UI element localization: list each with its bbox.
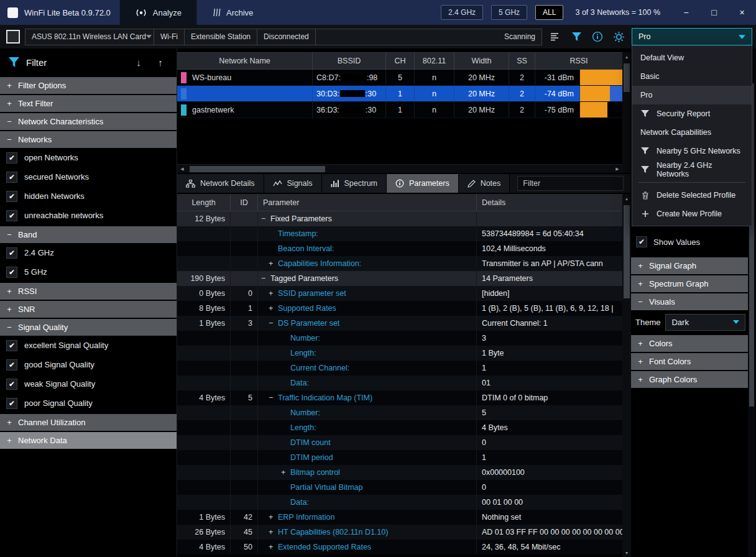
- parameter-label[interactable]: Traffic Indication Map (TIM): [278, 394, 372, 402]
- checkbox[interactable]: ✔: [6, 359, 17, 371]
- filter-checkbox-excellent-signal-quality[interactable]: ✔excellent Signal Quality: [0, 336, 177, 355]
- parameter-label[interactable]: DS Parameter set: [278, 319, 339, 328]
- menu-item-nearby-5-ghz-networks[interactable]: Nearby 5 GHz Networks: [632, 142, 752, 160]
- horizontal-scroll-track[interactable]: [187, 165, 612, 173]
- parameter-label[interactable]: DTIM period: [290, 453, 333, 462]
- parameter-filter-input[interactable]: [517, 176, 624, 191]
- parameter-row[interactable]: Length:1 Byte: [177, 346, 622, 361]
- panel-section-font-colors[interactable]: +Font Colors: [631, 353, 748, 370]
- filter-section-rssi[interactable]: +RSSI: [0, 283, 177, 300]
- parameter-row[interactable]: Data:01: [177, 375, 622, 390]
- expand-icon[interactable]: +: [269, 513, 278, 522]
- filter-checkbox-5-ghz[interactable]: ✔5 GHz: [0, 262, 177, 282]
- column-header-details[interactable]: Details: [477, 194, 622, 211]
- filter-checkbox-poor-signal-quality[interactable]: ✔poor Signal Quality: [0, 394, 177, 413]
- parameter-label[interactable]: Length:: [290, 349, 316, 357]
- panel-section-spectrum-graph[interactable]: +Spectrum Graph: [631, 275, 748, 292]
- column-header-80211[interactable]: 802.11: [415, 53, 454, 69]
- panel-section-signal-graph[interactable]: +Signal Graph: [631, 257, 748, 274]
- parameter-label[interactable]: Number:: [290, 408, 320, 417]
- filter-checkbox-2-4-ghz[interactable]: ✔2.4 GHz: [0, 243, 177, 262]
- parameter-label[interactable]: Current Channel:: [290, 364, 349, 372]
- parameter-row[interactable]: Partial Virtual Bitmap0: [177, 480, 622, 495]
- checkbox[interactable]: ✔: [636, 236, 647, 247]
- parameter-row[interactable]: DTIM count0: [177, 435, 622, 450]
- panel-section-graph-colors[interactable]: +Graph Colors: [631, 371, 748, 388]
- parameter-row[interactable]: 190 Bytes−Tagged Parameters14 Parameters: [177, 271, 622, 286]
- menu-item-network-capabilities[interactable]: Network Capabilities: [632, 123, 752, 142]
- close-button[interactable]: ×: [728, 0, 756, 25]
- parameter-label[interactable]: Number:: [290, 334, 320, 343]
- network-vertical-scrollbar[interactable]: ▲: [622, 52, 631, 173]
- legend-button[interactable]: [547, 29, 563, 45]
- parameter-label[interactable]: ERP Information: [278, 513, 334, 522]
- menu-item-create-new-profile[interactable]: Create New Profile: [632, 205, 752, 223]
- settings-button[interactable]: [611, 29, 627, 45]
- checkbox[interactable]: ✔: [6, 210, 17, 221]
- show-values-row[interactable]: ✔ Show Values: [631, 232, 748, 251]
- parameter-row[interactable]: 8 Bytes1+Supported Rates1 (B), 2 (B), 5 …: [177, 301, 622, 316]
- scroll-up-icon[interactable]: ▲: [622, 194, 631, 203]
- filter-section-signal-quality[interactable]: −Signal Quality: [0, 319, 177, 336]
- filter-section-snr[interactable]: +SNR: [0, 301, 177, 318]
- parameter-label[interactable]: Partial Virtual Bitmap: [290, 483, 363, 492]
- expand-all-icon[interactable]: ↑: [153, 57, 168, 68]
- network-row[interactable]: 30:D3::301n20 MHz2-74 dBm: [177, 86, 622, 102]
- expand-icon[interactable]: +: [281, 468, 290, 477]
- network-row[interactable]: gastnetwerk36:D3::301n20 MHz2-75 dBm: [177, 102, 622, 118]
- menu-item-basic[interactable]: Basic: [632, 67, 752, 86]
- parameter-label[interactable]: Length:: [290, 423, 316, 432]
- tab-notes[interactable]: Notes: [459, 174, 510, 193]
- filter-checkbox-hidden-networks[interactable]: ✔hidden Networks: [0, 186, 177, 206]
- collapse-icon[interactable]: −: [269, 319, 278, 328]
- parameter-label[interactable]: Data:: [290, 379, 309, 387]
- filter-button[interactable]: [568, 29, 584, 45]
- parameter-row[interactable]: 0 Bytes0+SSID parameter set[hidden]: [177, 286, 622, 301]
- tab-network-details[interactable]: Network Details: [177, 174, 264, 193]
- filter-section-text-filter[interactable]: +Text Filter: [0, 95, 177, 112]
- column-header-length[interactable]: Length: [177, 194, 231, 211]
- parameter-label[interactable]: Supported Rates: [278, 304, 336, 313]
- column-header-parameter[interactable]: Parameter: [258, 194, 477, 211]
- adapter-select[interactable]: ASUS 802.11n Wireless LAN Card: [25, 29, 154, 45]
- horizontal-scrollbar[interactable]: ◀ ▶: [177, 164, 622, 173]
- parameter-row[interactable]: 4 Bytes5−Traffic Indication Map (TIM)DTI…: [177, 390, 622, 405]
- filter-checkbox-good-signal-quality[interactable]: ✔good Signal Quality: [0, 355, 177, 374]
- menu-item-default-view[interactable]: Default View: [632, 48, 752, 67]
- column-header-ss[interactable]: SS: [509, 53, 535, 69]
- parameter-label[interactable]: Beacon Interval:: [278, 244, 334, 253]
- parameter-row[interactable]: Timestamp:538734489984 = 6d 05:40:34: [177, 226, 622, 241]
- filter-checkbox-open-networks[interactable]: ✔open Networks: [0, 148, 177, 167]
- column-header-width[interactable]: Width: [454, 53, 509, 69]
- parameter-row[interactable]: Number:5: [177, 405, 622, 420]
- tab-signals[interactable]: Signals: [264, 174, 322, 193]
- parameters-vertical-scrollbar[interactable]: ▲ ▼: [622, 194, 631, 557]
- filter-checkbox-unreachable-networks[interactable]: ✔unreachable networks: [0, 206, 177, 225]
- filter-section-filter-options[interactable]: +Filter Options: [0, 77, 177, 94]
- parameter-row[interactable]: Current Channel:1: [177, 361, 622, 375]
- tab-spectrum[interactable]: Spectrum: [322, 174, 387, 193]
- expand-icon[interactable]: +: [269, 304, 278, 313]
- filter-section-networks[interactable]: −Networks: [0, 131, 177, 148]
- parameter-row[interactable]: 1 Bytes3−DS Parameter setCurrent Channel…: [177, 316, 622, 331]
- band-5ghz-button[interactable]: 5 GHz: [491, 5, 527, 20]
- parameter-label[interactable]: DTIM count: [290, 438, 331, 447]
- scroll-up-icon[interactable]: ▲: [622, 52, 631, 61]
- parameter-label[interactable]: Capabilities Information:: [278, 259, 361, 268]
- parameter-label[interactable]: Extended Supported Rates: [278, 543, 371, 551]
- parameter-row[interactable]: 4 Bytes50+Extended Supported Rates24, 36…: [177, 540, 622, 555]
- column-header-rssi[interactable]: RSSI: [535, 53, 622, 69]
- parameter-row[interactable]: Data:00 01 00 00: [177, 495, 622, 510]
- profile-select[interactable]: Pro: [632, 28, 752, 45]
- network-row[interactable]: WS-bureauC8:D7::985n20 MHz2-31 dBm: [177, 70, 622, 86]
- checkbox[interactable]: ✔: [6, 379, 17, 390]
- filter-checkbox-weak-signal-quality[interactable]: ✔weak Signal Quality: [0, 374, 177, 394]
- collapse-icon[interactable]: −: [261, 214, 270, 223]
- minimize-button[interactable]: −: [672, 0, 700, 25]
- menu-item-security-report[interactable]: Security Report: [632, 104, 752, 123]
- parameter-label[interactable]: SSID parameter set: [278, 289, 346, 298]
- parameter-row[interactable]: 1 Bytes42+ERP InformationNothing set: [177, 510, 622, 525]
- color-swatch-button[interactable]: [6, 30, 20, 44]
- parameter-row[interactable]: Number:3: [177, 331, 622, 346]
- parameter-label[interactable]: Timestamp:: [278, 229, 318, 238]
